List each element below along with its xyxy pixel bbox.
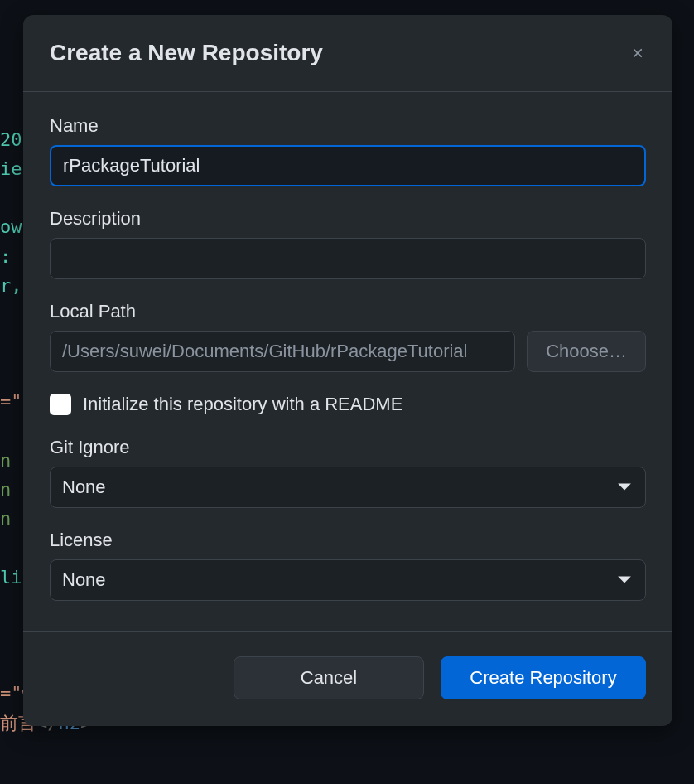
local-path-label: Local Path — [50, 301, 646, 322]
license-value: None — [62, 569, 106, 591]
name-label: Name — [50, 115, 646, 137]
description-label: Description — [50, 208, 646, 230]
readme-label: Initialize this repository with a README — [83, 394, 402, 415]
git-ignore-select[interactable]: None — [50, 467, 646, 508]
git-ignore-value: None — [62, 477, 106, 498]
local-path-input[interactable] — [50, 331, 515, 372]
name-input[interactable] — [50, 145, 646, 186]
choose-button[interactable]: Choose… — [527, 331, 646, 372]
dialog-body: Name Description Local Path Choose… Init… — [23, 92, 672, 631]
cancel-button[interactable]: Cancel — [234, 656, 424, 699]
dialog-title: Create a New Repository — [50, 40, 323, 66]
license-select[interactable]: None — [50, 559, 646, 601]
dialog-footer: Cancel Create Repository — [23, 631, 672, 726]
chevron-down-icon — [615, 571, 634, 589]
chevron-down-icon — [615, 478, 634, 496]
readme-checkbox[interactable] — [50, 394, 71, 415]
close-icon[interactable] — [629, 45, 646, 61]
description-input[interactable] — [50, 238, 646, 279]
git-ignore-label: Git Ignore — [50, 437, 646, 458]
create-repository-dialog: Create a New Repository Name Description… — [23, 15, 672, 726]
dialog-header: Create a New Repository — [23, 15, 672, 92]
create-repository-button[interactable]: Create Repository — [441, 656, 646, 699]
license-label: License — [50, 530, 646, 551]
